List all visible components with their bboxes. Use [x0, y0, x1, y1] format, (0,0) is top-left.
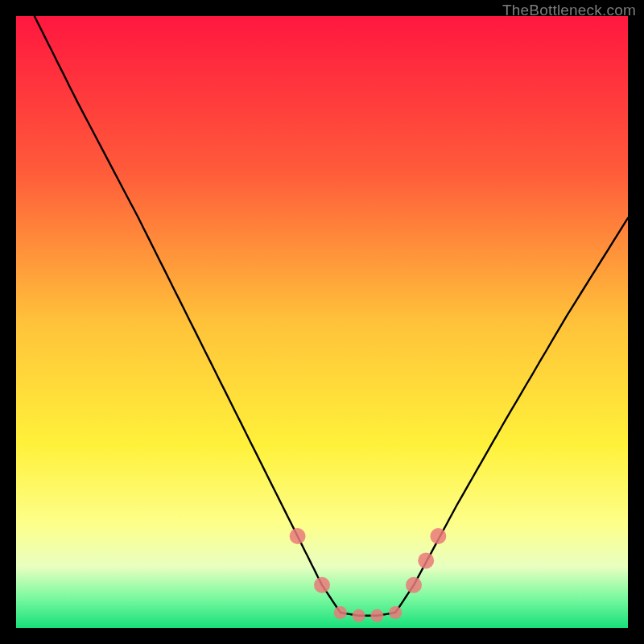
chart-frame: TheBottleneck.com	[0, 0, 644, 644]
bottleneck-chart	[16, 16, 628, 628]
marker-right-lower	[406, 577, 422, 593]
plot-area	[16, 16, 628, 628]
attribution-text: TheBottleneck.com	[502, 2, 636, 19]
marker-flat-4	[389, 606, 402, 619]
marker-flat-2	[353, 609, 365, 622]
marker-left-upper	[290, 528, 306, 544]
marker-right-mid	[418, 552, 434, 568]
marker-flat-1	[334, 606, 347, 619]
bottleneck-curve	[35, 16, 628, 616]
marker-left-lower	[314, 577, 330, 593]
marker-right-upper	[430, 528, 446, 544]
marker-flat-3	[370, 609, 383, 622]
